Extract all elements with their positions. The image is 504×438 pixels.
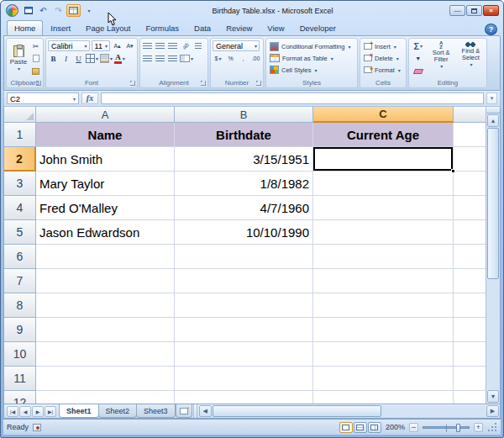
cell-B11[interactable] xyxy=(175,367,313,391)
tab-view[interactable]: View xyxy=(260,20,291,35)
font-name-select[interactable]: Calibri▾ xyxy=(48,40,90,51)
first-sheet-icon[interactable]: |◀ xyxy=(7,406,18,417)
cell-C9[interactable] xyxy=(313,318,454,342)
zoom-slider[interactable] xyxy=(423,426,470,429)
cell-C7[interactable] xyxy=(313,269,454,293)
scroll-left-icon[interactable]: ◀ xyxy=(199,405,212,417)
insert-cells-button[interactable]: Insert▾ xyxy=(362,40,404,52)
sheet-tab-sheet1[interactable]: Sheet1 xyxy=(59,404,99,418)
minimize-button[interactable]: — xyxy=(449,5,465,16)
cell-B6[interactable] xyxy=(175,245,313,269)
align-bottom-icon[interactable] xyxy=(167,40,178,51)
merge-center-icon[interactable]: ▾ xyxy=(180,53,193,64)
help-icon[interactable]: ? xyxy=(485,24,497,35)
cell-B4[interactable]: 4/7/1960 xyxy=(175,196,313,220)
increase-decimal-icon[interactable]: .00 xyxy=(250,53,261,64)
font-color-button[interactable]: A▾ xyxy=(114,53,125,64)
qat-customize-icon[interactable]: ▾ xyxy=(81,4,96,17)
cell-C1[interactable]: Current Age xyxy=(313,123,454,147)
column-header-B[interactable]: B xyxy=(175,107,313,123)
align-top-icon[interactable] xyxy=(142,40,153,51)
row-header-7[interactable]: 7 xyxy=(4,269,36,293)
currency-format-icon[interactable]: $▾ xyxy=(213,53,223,64)
clear-icon[interactable] xyxy=(411,66,426,77)
cell-B7[interactable] xyxy=(175,269,313,293)
cell-B5[interactable]: 10/10/1990 xyxy=(175,220,313,245)
cell-C6[interactable] xyxy=(313,245,454,269)
format-cells-button[interactable]: Format▾ xyxy=(362,64,404,76)
vertical-scroll-track[interactable] xyxy=(487,128,499,389)
cell-A6[interactable] xyxy=(36,245,175,269)
underline-button[interactable]: U xyxy=(73,53,84,64)
cell-C12[interactable] xyxy=(313,391,454,404)
redo-icon[interactable]: ↷ xyxy=(51,4,66,17)
zoom-out-icon[interactable]: – xyxy=(409,423,418,432)
insert-function-button[interactable]: fx xyxy=(81,92,98,104)
cell-A1[interactable]: Name xyxy=(36,123,175,147)
cell-A11[interactable] xyxy=(36,367,175,391)
dialog-launcher-icon[interactable] xyxy=(130,81,135,86)
cell-B10[interactable] xyxy=(175,342,313,367)
dialog-launcher-icon[interactable] xyxy=(36,81,41,86)
row-header-6[interactable]: 6 xyxy=(4,245,36,269)
align-middle-icon[interactable] xyxy=(155,40,165,51)
cell-B1[interactable]: Birthdate xyxy=(175,123,313,147)
horizontal-scroll-thumb[interactable] xyxy=(213,405,382,417)
copy-icon[interactable] xyxy=(30,53,41,64)
cell-B12[interactable] xyxy=(175,391,313,404)
cell-C5[interactable] xyxy=(313,220,454,245)
cell-B2[interactable]: 3/15/1951 xyxy=(175,147,313,172)
tab-developer[interactable]: Developer xyxy=(292,20,344,35)
scroll-up-icon[interactable]: ▲ xyxy=(487,114,499,127)
column-header-A[interactable]: A xyxy=(36,107,175,123)
conditional-formatting-button[interactable]: Conditional Formatting▾ xyxy=(268,40,355,52)
expand-formula-bar-icon[interactable]: ▾ xyxy=(486,92,497,104)
italic-button[interactable]: I xyxy=(60,53,71,64)
maximize-button[interactable] xyxy=(466,5,482,16)
paste-button[interactable]: Paste ▾ xyxy=(8,40,29,77)
cell-C2[interactable] xyxy=(313,147,454,172)
sheet-tab-sheet3[interactable]: Sheet3 xyxy=(136,404,176,418)
formula-input[interactable] xyxy=(101,92,484,104)
cell-A3[interactable]: Mary Taylor xyxy=(36,172,175,196)
percent-format-icon[interactable]: % xyxy=(225,53,236,64)
sort-filter-button[interactable]: AZ Sort & Filter▾ xyxy=(428,40,455,77)
zoom-in-icon[interactable]: + xyxy=(474,423,483,432)
cell-C8[interactable] xyxy=(313,293,454,318)
horizontal-scroll-track[interactable] xyxy=(213,405,486,417)
autosum-icon[interactable]: Σ▾ xyxy=(411,40,426,51)
row-header-11[interactable]: 11 xyxy=(4,367,36,391)
borders-button[interactable]: ▾ xyxy=(86,53,98,64)
dialog-launcher-icon[interactable] xyxy=(201,81,206,86)
bold-button[interactable]: B xyxy=(48,53,59,64)
cell-styles-button[interactable]: Cell Styles▾ xyxy=(268,64,355,76)
scroll-right-icon[interactable]: ▶ xyxy=(486,405,499,417)
macro-record-icon[interactable] xyxy=(33,424,41,431)
sheet-tab-sheet2[interactable]: Sheet2 xyxy=(98,404,138,418)
cell-C4[interactable] xyxy=(313,196,454,220)
row-header-10[interactable]: 10 xyxy=(4,342,36,367)
row-header-4[interactable]: 4 xyxy=(4,196,36,220)
row-header-12[interactable]: 12 xyxy=(4,391,36,404)
select-all-corner[interactable] xyxy=(4,107,36,123)
zoom-level[interactable]: 200% xyxy=(386,423,405,431)
cell-A10[interactable] xyxy=(36,342,175,367)
row-header-5[interactable]: 5 xyxy=(4,220,36,245)
cell-B8[interactable] xyxy=(175,293,313,318)
cell-A9[interactable] xyxy=(36,318,175,342)
cell-B3[interactable]: 1/8/1982 xyxy=(175,172,313,196)
page-layout-view-icon[interactable] xyxy=(354,422,367,433)
row-header-1[interactable]: 1 xyxy=(4,123,36,147)
find-select-button[interactable]: Find & Select▾ xyxy=(457,40,485,77)
normal-view-icon[interactable] xyxy=(339,422,353,433)
name-box[interactable]: C2▾ xyxy=(7,92,79,104)
delete-cells-button[interactable]: Delete▾ xyxy=(362,52,404,64)
fill-handle[interactable] xyxy=(451,169,455,173)
row-header-3[interactable]: 3 xyxy=(4,172,36,196)
tab-home[interactable]: Home xyxy=(7,20,43,35)
vertical-scroll-thumb[interactable] xyxy=(487,128,499,279)
cell-C3[interactable] xyxy=(313,172,454,196)
cell-A7[interactable] xyxy=(36,269,175,293)
cell-C10[interactable] xyxy=(313,342,454,367)
align-center-icon[interactable] xyxy=(155,53,165,64)
